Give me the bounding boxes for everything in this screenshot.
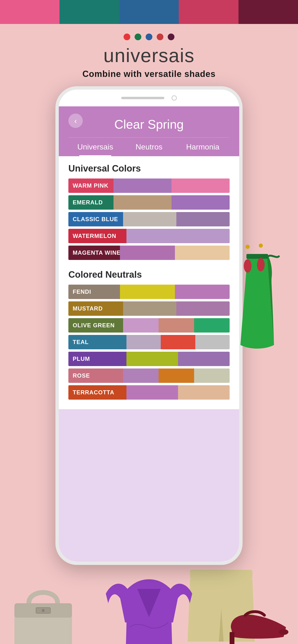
magenta-wine-seg2 <box>175 246 230 260</box>
phone-mockup: ‹ Clear Spring Universais Neutros Harmon… <box>55 86 243 565</box>
dot-red <box>123 34 130 40</box>
app-header: ‹ Clear Spring Universais Neutros Harmon… <box>59 106 239 156</box>
plum-seg2 <box>178 352 230 366</box>
app-title: universais <box>103 44 195 66</box>
dot-green <box>135 34 141 40</box>
top-bar-wine <box>238 0 298 24</box>
bottom-section <box>0 565 298 644</box>
dot-row <box>123 34 175 40</box>
svg-rect-5 <box>190 570 252 579</box>
teal-seg3 <box>195 335 230 349</box>
top-bar-pink <box>0 0 60 24</box>
dot-blue <box>146 34 152 40</box>
mustard-label: MUSTARD <box>68 302 123 316</box>
earring-decoration <box>243 242 267 281</box>
rose-seg3 <box>194 368 230 383</box>
emerald-seg2 <box>172 195 230 210</box>
plum-label: PLUM <box>68 352 126 366</box>
fendi-label: FENDI <box>68 284 120 299</box>
tab-neutros[interactable]: Neutros <box>122 138 176 156</box>
warm-pink-seg2 <box>172 178 230 193</box>
svg-point-0 <box>246 245 249 249</box>
warm-pink-label: WARM PINK <box>68 178 113 193</box>
fendi-seg2 <box>175 284 230 299</box>
phone-notch <box>59 90 239 106</box>
rose-seg2 <box>159 368 194 383</box>
classic-blue-seg1 <box>123 212 176 226</box>
watermelon-label: WATERMELON <box>68 229 126 243</box>
emerald-seg1 <box>113 195 172 210</box>
mustard-seg2 <box>176 302 230 316</box>
olive-green-seg1 <box>123 318 159 332</box>
color-row-rose[interactable]: ROSE <box>68 368 230 383</box>
mustard-seg1 <box>123 302 176 316</box>
magenta-wine-seg1 <box>120 246 175 260</box>
teal-label: TEAL <box>68 335 126 349</box>
top-bar-crimson <box>179 0 238 24</box>
rose-label: ROSE <box>68 368 123 383</box>
color-row-plum[interactable]: PLUM <box>68 352 230 366</box>
rose-seg1 <box>123 368 159 383</box>
svg-point-9 <box>42 609 45 612</box>
subtitle: Combine with versatile shades <box>82 69 215 79</box>
svg-point-2 <box>259 244 263 248</box>
color-row-magenta-wine[interactable]: MAGENTA WINE <box>68 246 230 260</box>
dot-maroon <box>168 34 175 40</box>
plum-seg1 <box>126 352 178 366</box>
classic-blue-label: CLASSIC BLUE <box>68 212 123 226</box>
tab-harmonia[interactable]: Harmonia <box>176 138 230 156</box>
warm-pink-seg1 <box>113 178 172 193</box>
olive-green-label: OLIVE GREEN <box>68 318 123 332</box>
terracotta-seg1 <box>126 385 178 400</box>
svg-point-1 <box>244 259 251 273</box>
color-row-classic-blue[interactable]: CLASSIC BLUE <box>68 212 230 226</box>
bag-decoration <box>10 584 77 644</box>
color-row-teal[interactable]: TEAL <box>68 335 230 349</box>
teal-seg2 <box>161 335 195 349</box>
tab-bar: Universais Neutros Harmonia <box>68 138 230 156</box>
watermelon-seg1 <box>126 229 230 243</box>
color-row-emerald[interactable]: EMERALD <box>68 195 230 210</box>
colored-neutrals-title: Colored Neutrals <box>68 270 230 280</box>
color-row-mustard[interactable]: MUSTARD <box>68 302 230 316</box>
color-row-watermelon[interactable]: WATERMELON <box>68 229 230 243</box>
top-bar-blue <box>119 0 179 24</box>
tab-universais[interactable]: Universais <box>68 138 122 156</box>
emerald-label: EMERALD <box>68 195 113 210</box>
color-row-fendi[interactable]: FENDI <box>68 284 230 299</box>
magenta-wine-label: MAGENTA WINE <box>68 246 120 260</box>
svg-rect-11 <box>230 632 234 644</box>
purple-top-decoration <box>106 579 192 644</box>
top-color-bar <box>0 0 298 24</box>
olive-green-seg2 <box>159 318 194 332</box>
fendi-seg1 <box>120 284 175 299</box>
svg-point-3 <box>257 258 265 272</box>
color-row-warm-pink[interactable]: WARM PINK <box>68 178 230 193</box>
phone-screen: ‹ Clear Spring Universais Neutros Harmon… <box>59 106 239 562</box>
teal-seg1 <box>126 335 161 349</box>
notch-circle <box>172 95 177 100</box>
header-area: universais Combine with versatile shades <box>0 24 298 86</box>
terracotta-label: TERRACOTTA <box>68 385 126 400</box>
olive-green-seg3 <box>194 318 230 332</box>
screen-title: Clear Spring <box>68 117 230 132</box>
universal-colors-title: Universal Colors <box>68 164 230 174</box>
terracotta-seg2 <box>178 385 230 400</box>
svg-point-13 <box>279 629 288 635</box>
notch-bar <box>121 97 164 99</box>
red-shoes-decoration <box>226 608 288 644</box>
color-row-terracotta[interactable]: TERRACOTTA <box>68 385 230 400</box>
classic-blue-seg2 <box>176 212 230 226</box>
app-content: Universal Colors WARM PINK EMERALD CLASS… <box>59 156 239 409</box>
color-row-olive-green[interactable]: OLIVE GREEN <box>68 318 230 332</box>
dot-crimson <box>157 34 163 40</box>
top-bar-teal <box>60 0 119 24</box>
